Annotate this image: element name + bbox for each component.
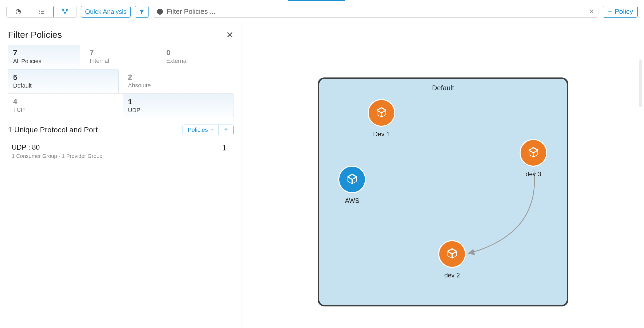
cube-icon (526, 146, 540, 160)
node-label: dev 3 (519, 170, 548, 178)
facet-default[interactable]: 5Default (8, 69, 119, 93)
filter-policies-panel: Filter Policies ✕ 7All Policies7Internal… (0, 22, 242, 328)
graph-icon (61, 9, 69, 15)
panel-title: Filter Policies (8, 30, 62, 40)
node-dev1[interactable]: Dev 1 (367, 99, 396, 134)
facet-all-policies[interactable]: 7All Policies (8, 45, 80, 69)
node-label: Dev 1 (367, 130, 396, 138)
info-icon: i (157, 9, 163, 15)
pie-chart-icon (15, 9, 22, 15)
sort-policies-button[interactable]: Policies (183, 125, 219, 135)
facet-row-1: 5Default2Absolute (8, 69, 234, 94)
facet-row-2: 4TCP1UDP (8, 94, 234, 118)
result-subtitle: 1 Consumer Group - 1 Provider Group (12, 153, 102, 159)
facet-count: 2 (128, 73, 228, 81)
svg-rect-1 (41, 10, 44, 10)
node-bubble (438, 240, 466, 268)
svg-point-2 (39, 11, 40, 12)
node-label: dev 2 (438, 272, 466, 279)
facet-label: Default (13, 82, 114, 89)
caret-down-icon (210, 128, 214, 132)
filter-policies-search[interactable]: i ✕ (153, 6, 598, 18)
facet-count: 7 (13, 49, 75, 57)
facet-label: Internal (90, 58, 152, 64)
cube-icon (345, 173, 359, 186)
cube-icon (375, 106, 388, 120)
node-aws[interactable]: AWS (338, 166, 366, 200)
cluster-title: Default (319, 84, 567, 92)
facet-absolute[interactable]: 2Absolute (123, 69, 234, 93)
svg-point-0 (39, 10, 40, 10)
cube-icon (445, 247, 459, 261)
quick-analysis-button[interactable]: Quick Analysis (81, 6, 131, 18)
node-bubble (338, 166, 366, 193)
result-count: 1 (222, 143, 231, 152)
result-row[interactable]: UDP : 801 Consumer Group - 1 Provider Gr… (8, 138, 234, 164)
edge-dev3-dev2 (469, 170, 534, 253)
list-icon (39, 9, 45, 15)
sort-policies-label: Policies (188, 126, 208, 133)
facet-count: 1 (128, 98, 228, 106)
sort-direction-button[interactable] (219, 125, 233, 135)
section-title: 1 Unique Protocol and Port (8, 126, 98, 134)
arrow-up-icon (224, 128, 228, 132)
facet-label: TCP (13, 106, 114, 113)
facet-row-0: 7All Policies7Internal0External (8, 45, 234, 69)
active-tab-indicator (288, 0, 345, 1)
view-graph-button[interactable] (53, 6, 77, 18)
facet-label: External (166, 58, 228, 64)
view-mode-toggle (6, 6, 77, 18)
clear-search-icon[interactable]: ✕ (589, 8, 594, 15)
add-policy-label: Policy (615, 7, 633, 16)
quick-analysis-label: Quick Analysis (85, 8, 127, 15)
node-bubble (368, 99, 395, 127)
filter-button[interactable] (135, 6, 149, 18)
top-accent-strip (0, 0, 644, 1)
facet-count: 0 (166, 48, 228, 57)
node-dev2[interactable]: dev 2 (438, 240, 466, 275)
filter-policies-input[interactable] (166, 7, 589, 16)
view-list-button[interactable] (30, 6, 54, 17)
node-bubble (520, 139, 547, 167)
node-dev3[interactable]: dev 3 (519, 139, 548, 174)
node-label: AWS (338, 197, 366, 204)
add-policy-button[interactable]: Policy (603, 6, 638, 18)
facet-external[interactable]: 0External (161, 45, 234, 69)
toolbar: Quick Analysis i ✕ Policy (0, 1, 644, 22)
facet-label: Absolute (128, 82, 228, 89)
funnel-icon (139, 9, 145, 15)
facet-label: UDP (128, 107, 228, 114)
svg-rect-5 (41, 13, 44, 14)
facet-internal[interactable]: 7Internal (84, 45, 157, 69)
facet-label: All Policies (13, 58, 75, 65)
facet-count: 4 (13, 97, 114, 106)
facet-count: 7 (90, 48, 152, 57)
topology-canvas[interactable]: Default Dev 1 AWS (242, 22, 644, 328)
cluster-frame-default[interactable]: Default Dev 1 AWS (318, 77, 568, 306)
sort-group: Policies (183, 125, 234, 135)
facet-tcp[interactable]: 4TCP (8, 94, 119, 118)
plus-icon (607, 9, 613, 14)
view-pie-button[interactable] (7, 6, 30, 17)
close-panel-button[interactable]: ✕ (226, 30, 234, 39)
facet-count: 5 (13, 73, 114, 82)
result-title: UDP : 80 (12, 143, 102, 151)
svg-point-4 (39, 13, 40, 14)
svg-point-8 (64, 13, 66, 14)
svg-rect-3 (41, 11, 44, 12)
facet-udp[interactable]: 1UDP (123, 94, 234, 118)
